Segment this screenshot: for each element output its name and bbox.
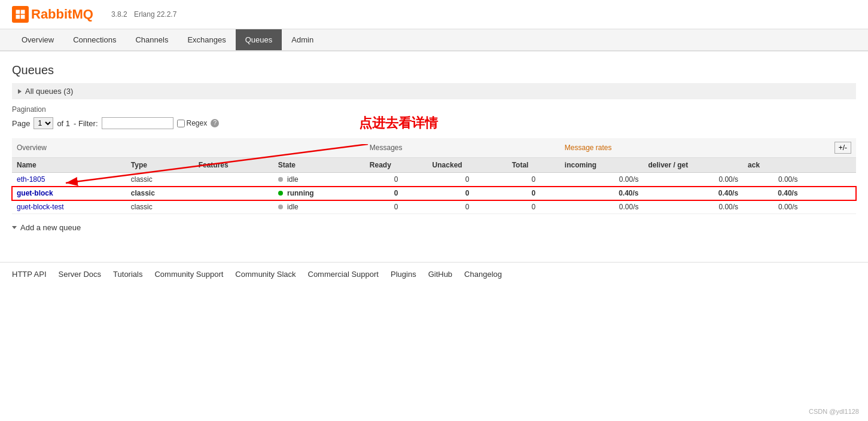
queue-ready: 0 <box>365 187 428 200</box>
queue-incoming: 0.00/s <box>560 200 644 214</box>
svg-rect-1 <box>21 10 25 14</box>
queue-incoming: 0.00/s <box>560 173 644 187</box>
table-row[interactable]: guet-block-test classic idle 0 0 0 0.00/… <box>12 200 856 214</box>
queue-name[interactable]: guet-block-test <box>12 200 126 214</box>
footer-link[interactable]: Commercial Support <box>308 270 379 279</box>
all-queues-label: All queues (3) <box>25 87 73 96</box>
page-label: Page <box>12 119 30 128</box>
svg-rect-3 <box>21 15 25 19</box>
state-dot-icon <box>278 191 283 196</box>
footer-link[interactable]: HTTP API <box>12 270 47 279</box>
queue-incoming: 0.40/s <box>560 187 644 200</box>
queue-extra <box>803 200 856 214</box>
queue-unacked: 0 <box>428 187 507 200</box>
collapse-icon <box>18 89 22 94</box>
pagination-row: Page 1 of 1 - Filter: Regex ? <box>12 117 856 129</box>
queue-ready: 0 <box>365 200 428 214</box>
col-name: Name <box>12 158 126 173</box>
logo-mq: MQ <box>72 7 93 22</box>
footer-link[interactable]: Community Support <box>154 270 223 279</box>
queue-extra <box>803 187 856 200</box>
footer-link[interactable]: Tutorials <box>113 270 142 279</box>
queue-state: running <box>273 187 365 200</box>
nav-overview[interactable]: Overview <box>12 29 63 50</box>
col-total: Total <box>507 158 560 173</box>
state-dot-icon <box>278 205 283 209</box>
all-queues-section[interactable]: All queues (3) <box>12 83 856 99</box>
queue-unacked: 0 <box>428 173 507 187</box>
nav-admin[interactable]: Admin <box>282 29 323 50</box>
col-deliver-get: deliver / get <box>644 158 744 173</box>
plus-minus-btn[interactable]: +/- <box>803 138 856 158</box>
col-state: State <box>273 158 365 173</box>
nav-connections[interactable]: Connections <box>63 29 126 50</box>
pagination-section: Pagination Page 1 of 1 - Filter: Regex ? <box>12 105 856 129</box>
page-select[interactable]: 1 <box>33 117 53 129</box>
col-features: Features <box>194 158 273 173</box>
messages-col-header: Messages <box>365 138 560 158</box>
annotation-container: 点进去看详情 Overview Messages Message rates +… <box>12 138 856 214</box>
add-triangle-icon <box>12 226 17 229</box>
footer-link[interactable]: Server Docs <box>59 270 102 279</box>
footer: HTTP APIServer DocsTutorialsCommunity Su… <box>0 262 868 286</box>
main-content: Queues All queues (3) Pagination Page 1 … <box>0 51 868 244</box>
queue-total: 0 <box>507 173 560 187</box>
regex-label: Regex <box>177 119 208 127</box>
table-section-header-row: Overview Messages Message rates +/- <box>12 138 856 158</box>
queue-features <box>194 200 273 214</box>
of-label: of 1 <box>57 119 70 128</box>
nav-channels[interactable]: Channels <box>126 29 178 50</box>
queue-name[interactable]: eth-1805 <box>12 173 126 187</box>
regex-checkbox[interactable] <box>177 120 185 127</box>
version-info: 3.8.2 Erlang 22.2.7 <box>111 10 181 19</box>
queue-deliver-get: 0.40/s <box>644 187 744 200</box>
queue-deliver-get: 0.00/s <box>644 173 744 187</box>
queue-table-body: eth-1805 classic idle 0 0 0 0.00/s 0.00/… <box>12 173 856 214</box>
page-title: Queues <box>12 63 856 77</box>
queue-total: 0 <box>507 200 560 214</box>
plus-minus-button[interactable]: +/- <box>835 142 851 154</box>
footer-link[interactable]: Plugins <box>391 270 416 279</box>
nav-queues[interactable]: Queues <box>236 29 282 50</box>
footer-link[interactable]: GitHub <box>428 270 452 279</box>
filter-label: - Filter: <box>74 119 98 128</box>
erlang-version: Erlang 22.2.7 <box>134 10 176 19</box>
queue-ack: 0.00/s <box>743 200 802 214</box>
col-ack: ack <box>743 158 802 173</box>
queue-state: idle <box>273 200 365 214</box>
state-dot-icon <box>278 177 283 182</box>
svg-rect-0 <box>16 10 20 14</box>
message-rates-col-header: Message rates <box>560 138 803 158</box>
queues-table: Overview Messages Message rates +/- Name… <box>12 138 856 214</box>
table-row[interactable]: eth-1805 classic idle 0 0 0 0.00/s 0.00/… <box>12 173 856 187</box>
col-type: Type <box>126 158 194 173</box>
queue-name[interactable]: guet-block <box>12 187 126 200</box>
queue-type: classic <box>126 173 194 187</box>
add-queue-label: Add a new queue <box>20 223 81 232</box>
svg-rect-2 <box>16 15 20 19</box>
header: RabbitMQ 3.8.2 Erlang 22.2.7 <box>0 0 868 29</box>
col-spacer <box>803 158 856 173</box>
queue-type: classic <box>126 187 194 200</box>
footer-link[interactable]: Community Slack <box>235 270 296 279</box>
queue-type: classic <box>126 200 194 214</box>
version-number: 3.8.2 <box>111 10 127 19</box>
nav-exchanges[interactable]: Exchanges <box>178 29 235 50</box>
overview-col-header: Overview <box>12 138 365 158</box>
col-ready: Ready <box>365 158 428 173</box>
filter-input[interactable] <box>102 117 173 129</box>
footer-link[interactable]: Changelog <box>464 270 502 279</box>
table-row[interactable]: guet-block classic running 0 0 0 0.40/s … <box>12 187 856 200</box>
queue-state: idle <box>273 173 365 187</box>
queue-features <box>194 173 273 187</box>
add-queue-section[interactable]: Add a new queue <box>12 223 856 232</box>
help-icon[interactable]: ? <box>211 119 219 127</box>
queue-ack: 0.00/s <box>743 173 802 187</box>
queue-features <box>194 187 273 200</box>
logo-rabbit: Rabbit <box>31 7 72 22</box>
column-header-row: Name Type Features State Ready Unacked T… <box>12 158 856 173</box>
rabbitmq-logo-icon <box>12 6 29 23</box>
pagination-label: Pagination <box>12 105 856 114</box>
regex-text: Regex <box>187 119 208 127</box>
queue-unacked: 0 <box>428 200 507 214</box>
